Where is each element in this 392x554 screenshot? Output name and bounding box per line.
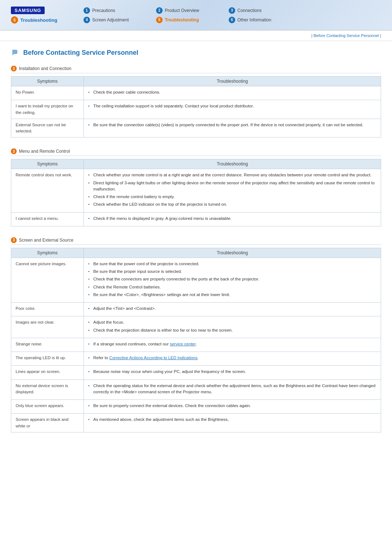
symptom-black-white: Screen appears in black and white or — [11, 414, 84, 432]
list-item: Check that the connectors are properly c… — [88, 276, 376, 282]
section-header-installation: 3 Installation and Connection — [11, 66, 381, 73]
header-nav: 1 Precautions 2 Product Overview 3 Conne… — [83, 7, 294, 23]
list-item: Direct lighting of 3-way light bulbs or … — [88, 180, 376, 193]
list-item: Because noise may occur when using your … — [88, 369, 376, 375]
col-symptoms-2: Symptoms — [11, 159, 84, 169]
symptom-only-blue-screen: Only blue screen appears. — [11, 400, 84, 414]
list-item: Check if the menu is displayed in gray. … — [88, 216, 376, 222]
list-item: Be sure that the power cord of the proje… — [88, 261, 376, 267]
table-row: Screen appears in black and white or As … — [11, 414, 381, 432]
troubleshoot-no-picture: Be sure that the power cord of the proje… — [84, 258, 381, 302]
troubleshoot-no-power: Check the power cable connections. — [84, 86, 381, 100]
table-installation: Symptoms Troubleshooting No Power. Check… — [11, 76, 381, 138]
troubleshoot-external-source: Be sure that the connection cable(s) (vi… — [84, 119, 381, 138]
active-nav-label: Troubleshooting — [20, 17, 57, 23]
troubleshoot-poor-color: Adjust the <Tint> and <Contrast>. — [84, 303, 381, 316]
section-icon-menu: 3 — [11, 148, 17, 154]
col-troubleshooting-3: Troubleshooting — [84, 248, 381, 258]
troubleshoot-strange-noise: If a strange sound continues, contact ou… — [84, 338, 381, 352]
list-item: The ceiling installation support is sold… — [88, 103, 376, 109]
nav-label-4: Screen Adjustment — [92, 17, 129, 22]
symptom-remote-not-work: Remote control does not work. — [11, 169, 84, 212]
list-item: Check whether the LED indicator on the t… — [88, 201, 376, 208]
col-troubleshooting-1: Troubleshooting — [84, 77, 381, 86]
list-item: Check whether your remote control is at … — [88, 172, 376, 178]
section-header-menu: 3 Menu and Remote Control — [11, 148, 381, 156]
list-item: Adjust the focus. — [88, 319, 376, 325]
nav-label-3: Connections — [237, 8, 262, 13]
section-title-screen: Screen and External Source — [19, 238, 73, 243]
troubleshoot-only-blue-screen: Be sure to properly connect the external… — [84, 400, 381, 414]
section-installation: 3 Installation and Connection Symptoms T… — [11, 66, 381, 138]
section-icon-installation: 3 — [11, 66, 17, 71]
section-icon-screen: 3 — [11, 237, 17, 243]
troubleshoot-cannot-select-menu: Check if the menu is displayed in gray. … — [84, 212, 381, 226]
nav-item-screen-adjustment[interactable]: 4 Screen Adjustment — [83, 17, 149, 23]
col-symptoms-1: Symptoms — [11, 77, 84, 86]
table-row: I want to install my projector on the ce… — [11, 100, 381, 119]
list-item: Check the Remote Control batteries. — [88, 284, 376, 290]
troubleshoot-not-clear: Adjust the focus. Check that the project… — [84, 316, 381, 338]
table-row: The operating LED is lit up. Refer to Co… — [11, 352, 381, 366]
section-screen-external: 3 Screen and External Source Symptoms Tr… — [11, 237, 381, 432]
col-symptoms-3: Symptoms — [11, 248, 84, 258]
table-menu-remote: Symptoms Troubleshooting Remote control … — [11, 159, 381, 226]
table-row: Remote control does not work. Check whet… — [11, 169, 381, 212]
symptom-led-lit: The operating LED is lit up. — [11, 352, 84, 366]
list-item: Check the power cable connections. — [88, 89, 376, 95]
nav-num-4: 4 — [83, 17, 90, 23]
list-item: Check the operating status for the exter… — [88, 383, 376, 395]
table-screen-external: Symptoms Troubleshooting Cannot see pict… — [11, 248, 381, 432]
symptom-no-picture: Cannot see picture images. — [11, 258, 84, 302]
list-item: Adjust the <Tint> and <Contrast>. — [88, 305, 376, 312]
list-item: Check if the remote control battery is e… — [88, 194, 376, 200]
page-title-icon — [11, 48, 20, 57]
symptom-no-power: No Power. — [11, 86, 84, 100]
table-row: I cannot select a menu. Check if the men… — [11, 212, 381, 226]
table-row: No Power. Check the power cable connecti… — [11, 86, 381, 100]
symptom-external-source: External Source can not be selected. — [11, 119, 84, 138]
nav-item-product-overview[interactable]: 2 Product Overview — [156, 7, 221, 14]
nav-num-3: 3 — [229, 7, 235, 14]
nav-item-precautions[interactable]: 1 Precautions — [83, 7, 149, 14]
active-nav-number: 5 — [11, 16, 18, 24]
table-row: No external device screen is displayed. … — [11, 379, 381, 400]
list-item: Refer to Corrective Actions According to… — [88, 355, 376, 361]
troubleshoot-led-lit: Refer to Corrective Actions According to… — [84, 352, 381, 366]
breadcrumb-separator-right: | — [380, 33, 381, 38]
troubleshoot-no-external-device: Check the operating status for the exter… — [84, 379, 381, 400]
nav-label-2: Product Overview — [165, 8, 199, 13]
nav-num-1: 1 — [83, 7, 90, 14]
symptom-cannot-select-menu: I cannot select a menu. — [11, 212, 84, 226]
nav-item-other-info[interactable]: 6 Other Information — [229, 17, 294, 23]
nav-num-6: 6 — [229, 17, 235, 23]
active-nav-item: 5 Troubleshooting — [11, 16, 57, 24]
header-left: SAMSUNG 5 Troubleshooting — [11, 7, 69, 24]
table-row: Cannot see picture images. Be sure that … — [11, 258, 381, 302]
page-title-row: Before Contacting Service Personnel — [11, 48, 381, 57]
nav-label-5: Troubleshooting — [165, 17, 199, 22]
page-title: Before Contacting Service Personnel — [23, 49, 138, 57]
breadcrumb-separator-left: | — [311, 33, 313, 38]
table-row: External Source can not be selected. Be … — [11, 119, 381, 138]
table-row: Strange noise. If a strange sound contin… — [11, 338, 381, 352]
symptom-lines-on-screen: Lines appear on screen. — [11, 366, 84, 379]
samsung-logo: SAMSUNG — [11, 7, 45, 14]
breadcrumb-link[interactable]: Before Contacting Service Personnel — [314, 33, 380, 38]
symptom-strange-noise: Strange noise. — [11, 338, 84, 352]
section-menu-remote: 3 Menu and Remote Control Symptoms Troub… — [11, 148, 381, 226]
nav-num-5: 5 — [156, 17, 163, 23]
section-title-installation: Installation and Connection — [19, 66, 72, 71]
service-center-link[interactable]: service center — [170, 342, 196, 346]
corrective-actions-link[interactable]: Corrective Actions According to LED Indi… — [109, 356, 197, 360]
list-item: Be sure that the connection cable(s) (vi… — [88, 122, 376, 128]
nav-item-connections[interactable]: 3 Connections — [229, 7, 294, 14]
table-row: Only blue screen appears. Be sure to pro… — [11, 400, 381, 414]
section-header-screen: 3 Screen and External Source — [11, 237, 381, 245]
table-row: Lines appear on screen. Because noise ma… — [11, 366, 381, 379]
troubleshoot-black-white: As mentioned above, check the adjustment… — [84, 414, 381, 432]
nav-item-troubleshooting[interactable]: 5 Troubleshooting — [156, 17, 221, 23]
symptom-not-clear: Images are not clear. — [11, 316, 84, 338]
list-item: As mentioned above, check the adjustment… — [88, 416, 376, 423]
list-item: If a strange sound continues, contact ou… — [88, 341, 376, 347]
